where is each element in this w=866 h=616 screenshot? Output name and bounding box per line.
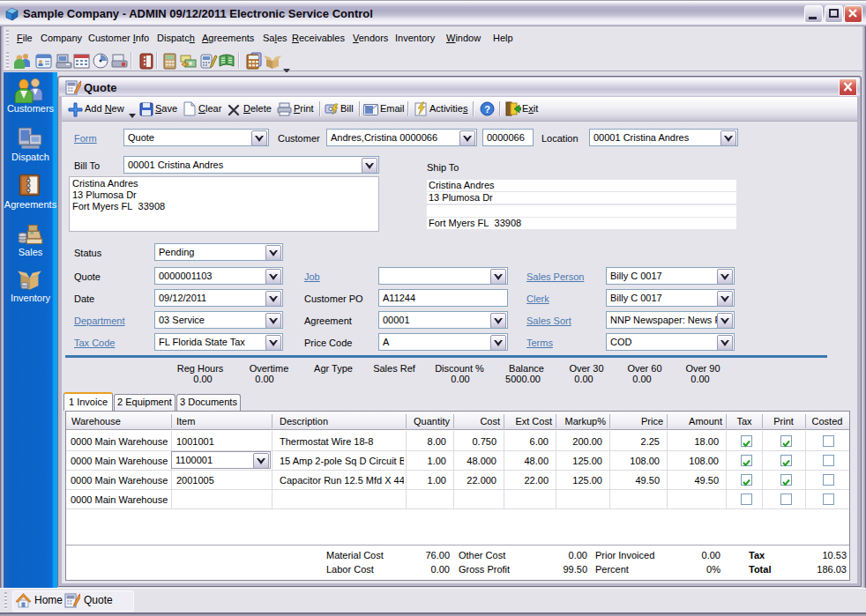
svg-text:?: ? [484, 104, 490, 115]
